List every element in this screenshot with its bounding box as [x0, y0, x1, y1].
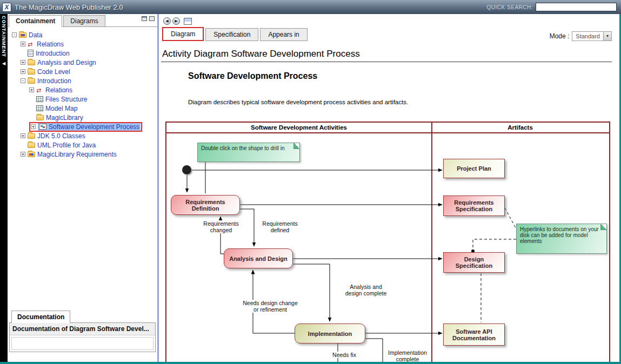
tree-item-relations[interactable]: + Relations: [11, 39, 157, 49]
tree-item-relations-2[interactable]: + Relations: [11, 85, 157, 95]
tab-appears-in[interactable]: Appears in: [260, 28, 307, 41]
tree-item-jdk-classes[interactable]: + JDK 5.0 Classes: [11, 131, 157, 140]
lane-header-activities: Software Development Activities: [166, 123, 431, 132]
main-body: CONTAINMENT ◀ Containment Diagrams - Dat…: [0, 14, 621, 362]
sidebar: Containment Diagrams - Data + Relations: [8, 14, 159, 362]
collapse-sidebar-icon[interactable]: ◀: [2, 61, 5, 66]
tab-diagrams[interactable]: Diagrams: [63, 15, 105, 26]
expander-spacer: [29, 115, 34, 120]
tree-item-label: JDK 5.0 Classes: [37, 132, 85, 140]
edge-label-implementation-complete: Implementation complete: [384, 349, 431, 362]
note-fold-icon: [293, 143, 299, 149]
expander-spacer: [21, 143, 25, 147]
tree-item-label: UML Profile for Java: [37, 141, 96, 149]
folder-icon: [36, 115, 44, 120]
expander-spacer: [21, 51, 25, 56]
documentation-header: Documentation of Diagram Software Devel.…: [10, 323, 155, 335]
note-hyperlinks: Hyperlinks to documents on your disk can…: [516, 224, 607, 254]
forward-button[interactable]: ▶: [172, 17, 180, 25]
tree-item-label: Analysis and Design: [37, 59, 96, 66]
app-title: The MagicDraw Web Publisher 2.0: [15, 3, 123, 11]
expander-icon[interactable]: +: [21, 60, 25, 65]
note-text: Double click on the shape to drill in: [201, 145, 285, 151]
tree-item-label: Model Map: [45, 105, 77, 112]
expander-icon[interactable]: +: [21, 69, 25, 74]
quick-search-input[interactable]: [536, 3, 617, 11]
open-as-image-icon[interactable]: [184, 18, 192, 25]
mode-label: Mode :: [550, 32, 570, 40]
panel-window-controls: [142, 16, 155, 21]
edge-label-analysis-complete: Analysis and design complete: [341, 284, 391, 296]
artifact-design-specification[interactable]: Design Specification: [443, 252, 505, 273]
model-folder-icon: [19, 32, 26, 38]
selected-highlight: Software Development Process: [38, 123, 141, 131]
quick-search-label: QUICK SEARCH:: [487, 4, 533, 10]
page-title: Activity Diagram Software Development Pr…: [162, 49, 619, 59]
expander-icon[interactable]: -: [21, 78, 25, 83]
tree-item-files-structure[interactable]: Files Structure: [11, 95, 157, 104]
containment-vertical-label: CONTAINMENT: [1, 16, 6, 57]
restore-panel-icon[interactable]: [149, 16, 155, 21]
mode-selected-value: Standard: [572, 33, 603, 39]
diagram-description: Diagram describes typical software devel…: [188, 99, 619, 105]
content-toolbar: ◀ ▶: [161, 16, 619, 26]
title-divider: [161, 62, 612, 62]
document-icon: [28, 50, 34, 57]
edge-label-requirements-defined: Requirements defined: [258, 220, 302, 233]
tree-item-analysis-and-design[interactable]: + Analysis and Design: [11, 58, 157, 67]
documentation-panel: Documentation Documentation of Diagram S…: [8, 311, 157, 352]
note-fold-icon: [600, 224, 606, 230]
documentation-body: [11, 337, 153, 350]
expander-icon[interactable]: +: [21, 152, 25, 157]
activity-requirements-definition[interactable]: Requirements Definition: [171, 195, 240, 215]
tree-item-introduction-2[interactable]: - Introduction: [11, 76, 157, 85]
tree-item-uml-profile-java[interactable]: UML Profile for Java: [11, 140, 157, 150]
activity-label: Analysis and Design: [229, 255, 288, 262]
tree-item-introduction[interactable]: Introduction: [11, 49, 157, 58]
initial-node: [182, 165, 191, 174]
magicdraw-web-publisher-window: X The MagicDraw Web Publisher 2.0 QUICK …: [0, 0, 621, 364]
dropdown-arrow-icon[interactable]: ▼: [603, 32, 611, 41]
tree-item-label: Introduction: [37, 77, 71, 85]
mode-select[interactable]: Standard ▼: [572, 31, 612, 41]
tab-diagrams-label: Diagrams: [70, 17, 98, 25]
activity-label: Implementation: [308, 331, 352, 337]
quick-search: QUICK SEARCH:: [487, 3, 617, 11]
folder-icon: [28, 133, 35, 139]
tree-item-label: Relations: [45, 86, 72, 94]
activity-implementation[interactable]: Implementation: [295, 323, 365, 343]
tree-item-code-level[interactable]: + Code Level: [11, 67, 157, 76]
expander-icon[interactable]: +: [29, 87, 34, 92]
tab-diagram[interactable]: Diagram: [162, 27, 204, 41]
tree-item-software-development-process[interactable]: + Software Development Process: [11, 122, 157, 131]
edge-label-requirements-changed: Requirements changed: [199, 220, 243, 233]
tab-containment[interactable]: Containment: [9, 15, 62, 27]
maximize-panel-icon[interactable]: [142, 16, 147, 21]
activity-diagram-canvas: Software Development Activities Artifact…: [165, 122, 610, 362]
artifact-label: Design Specification: [445, 256, 503, 269]
tree-item-label: Introduction: [36, 50, 70, 57]
artifact-software-api-documentation[interactable]: Software API Documentation: [443, 323, 505, 346]
folder-icon: [28, 143, 35, 148]
tab-documentation[interactable]: Documentation: [11, 311, 70, 323]
artifact-requirements-specification[interactable]: Requirements Specification: [443, 196, 505, 216]
tree-item-data[interactable]: - Data: [11, 30, 157, 39]
tree-item-model-map[interactable]: Model Map: [11, 104, 157, 113]
containment-edge-strip: CONTAINMENT ◀: [0, 14, 8, 362]
expander-icon[interactable]: +: [31, 124, 36, 129]
activity-analysis-and-design[interactable]: Analysis and Design: [224, 248, 293, 268]
back-button[interactable]: ◀: [163, 17, 171, 25]
expander-icon[interactable]: +: [21, 42, 25, 46]
mode-control: Mode : Standard ▼: [550, 31, 612, 41]
swimlane-header-row: Software Development Activities Artifact…: [166, 123, 609, 133]
expander-icon[interactable]: +: [21, 133, 25, 138]
artifact-project-plan[interactable]: Project Plan: [443, 159, 505, 178]
expander-icon[interactable]: -: [12, 32, 17, 37]
tree-item-magiclibrary-requirements[interactable]: + MagicLibrary Requirements: [11, 150, 157, 159]
tree-item-magiclibrary[interactable]: MagicLibrary: [11, 113, 157, 122]
tab-diagram-label: Diagram: [171, 30, 195, 38]
tab-specification[interactable]: Specification: [205, 28, 258, 41]
title-bar: X The MagicDraw Web Publisher 2.0 QUICK …: [0, 0, 621, 14]
note-drill-in: Double click on the shape to drill in: [197, 143, 300, 162]
note-text: Hyperlinks to documents on your disk can…: [520, 226, 599, 244]
